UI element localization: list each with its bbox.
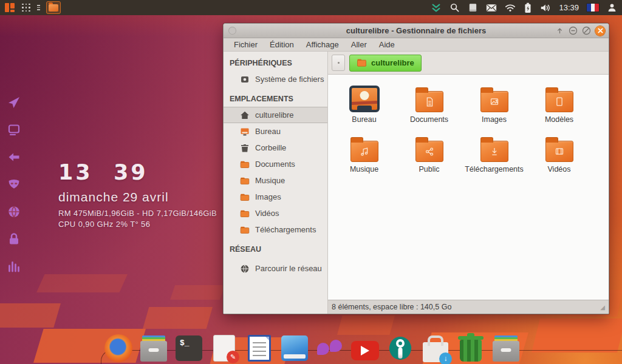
keyboard-layout-flag-fr[interactable] — [587, 4, 599, 12]
user-menu-icon[interactable] — [607, 2, 617, 13]
menu-fichier[interactable]: Fichier — [228, 39, 263, 50]
file-item-videos[interactable]: Vidéos — [527, 130, 592, 180]
taskbar-file-manager-button[interactable] — [46, 1, 61, 14]
lock-icon[interactable] — [6, 231, 22, 247]
dock-youtube[interactable] — [351, 333, 379, 363]
sidebar-item-label: culturelibre — [255, 110, 294, 120]
conky-widget: 13 39 dimanche 29 avril RM 475MiB/1,96Gi… — [58, 160, 217, 229]
bar-chart-icon[interactable] — [6, 258, 22, 274]
search-icon[interactable] — [449, 2, 460, 13]
display-chat-icon[interactable] — [6, 122, 22, 138]
menu-affichage[interactable]: Affichage — [301, 39, 344, 50]
download-badge-icon: ↓ — [439, 352, 452, 364]
text-editor-icon: ✎ — [213, 335, 235, 362]
folder-icon — [240, 176, 250, 186]
maximize-button[interactable] — [582, 26, 591, 35]
sidebar-item-images[interactable]: Images — [224, 189, 327, 205]
file-item-modeles[interactable]: Modèles — [527, 81, 592, 130]
close-button[interactable] — [595, 26, 605, 36]
trash-icon — [240, 143, 250, 153]
folder-templates-icon — [545, 91, 573, 112]
resize-grip[interactable]: ◢ — [600, 304, 605, 311]
window-list-icon[interactable] — [37, 5, 40, 10]
wallpaper-shape — [531, 318, 622, 352]
dock-display[interactable] — [281, 333, 309, 363]
firefox-icon — [104, 334, 132, 362]
dock-messaging[interactable] — [316, 333, 344, 363]
shade-button[interactable] — [555, 26, 564, 35]
wifi-icon[interactable] — [505, 3, 516, 12]
dock-firefox[interactable] — [104, 333, 132, 363]
app-grid-icon[interactable] — [21, 3, 31, 13]
globe-icon[interactable] — [6, 204, 22, 220]
sidebar-item-label: Parcourir le réseau — [255, 264, 322, 273]
folder-icon — [240, 160, 250, 169]
dock-archive-manager[interactable] — [492, 333, 520, 363]
sidebar-item-corbeille[interactable]: Corbeille — [224, 140, 327, 156]
desktop-launcher-column — [6, 95, 22, 274]
battery-icon[interactable] — [524, 2, 532, 13]
menu-aide[interactable]: Aide — [374, 39, 400, 50]
airplane-icon[interactable] — [6, 95, 22, 110]
file-label: Images — [482, 115, 507, 124]
file-grid[interactable]: Bureau Documents Images Modèles — [328, 75, 609, 300]
file-item-bureau[interactable]: Bureau — [332, 81, 397, 130]
sidebar-item-culturelibre[interactable]: culturelibre — [224, 107, 327, 123]
pencil-icon: ✎ — [227, 351, 239, 363]
wallpaper-shape — [143, 307, 213, 329]
sidebar-item-videos[interactable]: Vidéos — [224, 205, 327, 221]
dock: $_ ✎ ↓ — [104, 333, 520, 363]
mail-icon[interactable] — [486, 4, 497, 12]
dock-writer[interactable] — [245, 333, 273, 363]
theater-mask-icon[interactable] — [6, 177, 22, 192]
path-parent-button[interactable] — [332, 55, 345, 71]
file-label: Bureau — [352, 115, 376, 124]
path-toolbar: culturelibre — [328, 52, 609, 75]
desktop-icon — [240, 127, 250, 136]
dock-terminal[interactable]: $_ — [175, 333, 203, 363]
dock-text-editor[interactable]: ✎ — [210, 333, 238, 363]
file-label: Public — [419, 165, 439, 174]
dock-system-tools[interactable] — [386, 333, 414, 363]
gear-wrench-icon — [387, 334, 414, 362]
file-item-documents[interactable]: Documents — [397, 81, 462, 130]
wallpaper-shape — [0, 303, 61, 328]
shopping-bag-icon: ↓ — [423, 342, 448, 362]
wallpaper-shape — [337, 315, 395, 335]
sidebar-item-label: Musique — [255, 176, 285, 185]
distro-logo-icon[interactable] — [5, 2, 15, 13]
folder-music-icon — [350, 141, 378, 162]
sidebar-item-label: Système de fichiers — [255, 75, 324, 84]
path-button-culturelibre[interactable]: culturelibre — [349, 55, 422, 72]
menu-edition[interactable]: Édition — [264, 39, 299, 50]
sidebar-item-parcourir-le-reseau[interactable]: Parcourir le réseau — [224, 260, 327, 277]
titlebar[interactable]: culturelibre - Gestionnaire de fichiers — [224, 24, 609, 38]
sidebar-item-bureau[interactable]: Bureau — [224, 123, 327, 140]
sidebar-item-telechargements[interactable]: Téléchargements — [224, 221, 327, 238]
dock-file-archiver[interactable] — [140, 333, 168, 363]
dock-trash[interactable] — [457, 333, 485, 363]
file-cabinet-icon — [140, 341, 167, 362]
wallpaper-shape — [36, 274, 128, 292]
update-chevrons-icon[interactable] — [431, 3, 442, 13]
file-cabinet-icon — [493, 341, 519, 362]
file-item-musique[interactable]: Musique — [332, 130, 397, 180]
home-icon — [240, 110, 250, 120]
back-arrow-icon[interactable] — [6, 149, 22, 165]
sidebar-item-systeme-de-fichiers[interactable]: Système de fichiers — [224, 71, 327, 87]
desktop-icon — [349, 86, 380, 112]
file-item-telechargements[interactable]: Téléchargements — [462, 130, 527, 180]
sidebar-header-peripheriques: PÉRIPHÉRIQUES — [224, 55, 327, 71]
sidebar-item-documents[interactable]: Documents — [224, 156, 327, 172]
file-item-images[interactable]: Images — [462, 81, 527, 130]
dock-software-installer[interactable]: ↓ — [422, 333, 449, 363]
sidebar-item-label: Téléchargements — [255, 225, 316, 234]
clipboard-icon[interactable] — [468, 2, 478, 13]
wallpaper-shape — [170, 285, 225, 300]
menu-aller[interactable]: Aller — [346, 39, 372, 50]
sidebar-item-musique[interactable]: Musique — [224, 172, 327, 189]
volume-icon[interactable] — [540, 3, 551, 13]
panel-clock[interactable]: 13:39 — [559, 3, 579, 12]
file-item-public[interactable]: Public — [397, 130, 462, 180]
minimize-button[interactable] — [569, 26, 578, 35]
